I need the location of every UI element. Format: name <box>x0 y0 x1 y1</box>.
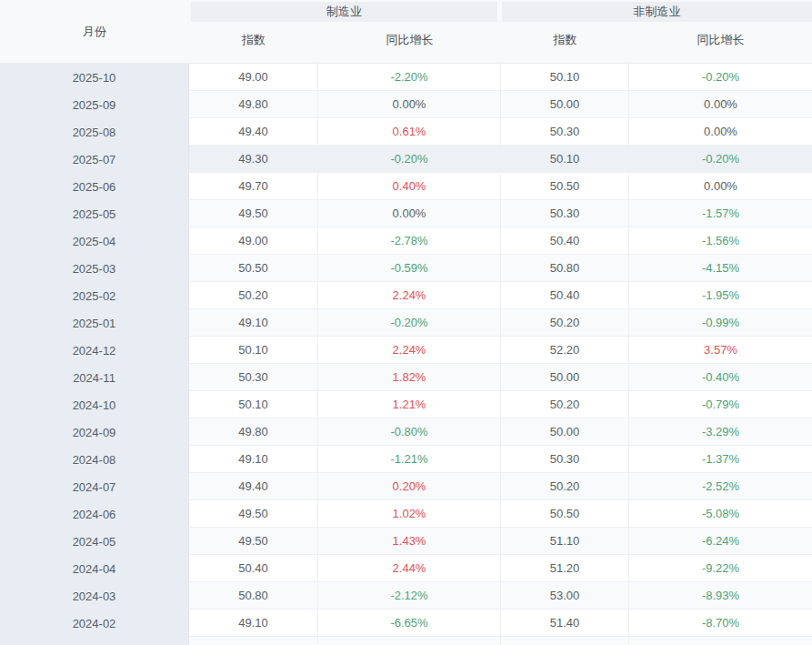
table-row[interactable]: 2024-02 49.10 -6.65% 51.40 -8.70% <box>0 610 812 637</box>
month-cell: 2024-03 <box>0 582 189 610</box>
group-header-non-manufacturing: 非制造业 <box>502 2 812 22</box>
pmi-data-table: 月份 制造业 非制造业 指数 同比增长 指数 同比增长 2025-10 49.0… <box>0 0 812 645</box>
table-row[interactable]: 2025-02 50.20 2.24% 50.40 -1.95% <box>0 282 812 309</box>
non-mfg-growth-cell: 0.00% <box>629 118 812 146</box>
table-row[interactable]: 2025-01 49.10 -0.20% 50.20 -0.99% <box>0 309 812 337</box>
mfg-growth-cell: -2.78% <box>318 227 501 255</box>
mfg-growth-cell: -0.59% <box>318 255 501 282</box>
mfg-index-cell: 49.30 <box>189 146 318 173</box>
mfg-growth-cell: 0.40% <box>318 173 501 200</box>
table-row[interactable]: 2025-09 49.80 0.00% 50.00 0.00% <box>0 91 812 118</box>
sub-header-row: 指数 同比增长 指数 同比增长 <box>189 22 812 58</box>
month-cell: 2024-05 <box>0 528 189 555</box>
table-row[interactable]: 2025-03 50.50 -0.59% 50.80 -4.15% <box>0 255 812 282</box>
month-column-header: 月份 <box>0 0 189 64</box>
mfg-index-cell: 49.10 <box>189 610 318 637</box>
non-mfg-growth-cell: -1.37% <box>629 446 812 473</box>
month-cell: 2024-08 <box>0 446 189 473</box>
non-mfg-index-cell: 50.20 <box>501 473 629 500</box>
mfg-index-cell: 49.80 <box>189 91 318 118</box>
non-mfg-index-cell: 51.10 <box>501 528 629 555</box>
month-cell <box>0 637 189 645</box>
non-mfg-index-cell: 50.30 <box>501 118 629 146</box>
table-row[interactable]: 2025-06 49.70 0.40% 50.50 0.00% <box>0 173 812 200</box>
mfg-growth-cell: -0.80% <box>318 418 501 446</box>
month-cell: 2024-07 <box>0 473 189 500</box>
non-mfg-growth-cell: -4.15% <box>629 255 812 282</box>
table-row[interactable]: 2024-05 49.50 1.43% 51.10 -6.24% <box>0 528 812 555</box>
mfg-index-cell <box>189 637 318 645</box>
month-cell: 2025-10 <box>0 64 189 91</box>
month-cell: 2025-04 <box>0 227 189 255</box>
month-column-header-label: 月份 <box>83 24 106 40</box>
non-mfg-growth-cell: -8.93% <box>629 582 812 610</box>
non-mfg-index-cell: 50.00 <box>501 364 629 391</box>
mfg-index-cell: 50.40 <box>189 555 318 582</box>
table-row[interactable]: 2024-07 49.40 0.20% 50.20 -2.52% <box>0 473 812 500</box>
mfg-growth-cell: -2.12% <box>318 582 501 610</box>
month-cell: 2025-02 <box>0 282 189 309</box>
mfg-growth-cell: -1.21% <box>318 446 501 473</box>
mfg-index-cell: 49.10 <box>189 446 318 473</box>
mfg-index-cell: 50.10 <box>189 337 318 364</box>
non-mfg-index-cell: 50.50 <box>501 173 629 200</box>
mfg-index-cell: 49.00 <box>189 227 318 255</box>
group-header-manufacturing-label: 制造业 <box>326 4 362 20</box>
table-row[interactable]: 2025-08 49.40 0.61% 50.30 0.00% <box>0 118 812 146</box>
table-row[interactable]: 2024-08 49.10 -1.21% 50.30 -1.37% <box>0 446 812 473</box>
non-mfg-growth-cell: -8.70% <box>629 610 812 637</box>
table-row[interactable]: 2025-04 49.00 -2.78% 50.40 -1.56% <box>0 227 812 255</box>
mfg-index-cell: 49.40 <box>189 473 318 500</box>
non-mfg-index-cell: 50.20 <box>501 309 629 337</box>
non-mfg-index-cell: 53.00 <box>501 582 629 610</box>
non-mfg-growth-cell: -9.22% <box>629 555 812 582</box>
non-mfg-growth-cell: -0.40% <box>629 364 812 391</box>
table-row[interactable]: 2024-03 50.80 -2.12% 53.00 -8.93% <box>0 582 812 610</box>
mfg-growth-column-header: 同比增长 <box>318 22 501 58</box>
table-body: 2025-10 49.00 -2.20% 50.10 -0.20% 2025-0… <box>0 64 812 645</box>
mfg-index-column-header: 指数 <box>189 22 318 58</box>
table-row[interactable]: 2024-09 49.80 -0.80% 50.00 -3.29% <box>0 418 812 446</box>
mfg-index-cell: 49.00 <box>189 64 318 91</box>
non-mfg-growth-cell: -3.29% <box>629 418 812 446</box>
table-row[interactable]: 2024-10 50.10 1.21% 50.20 -0.79% <box>0 391 812 418</box>
month-cell: 2024-10 <box>0 391 189 418</box>
mfg-growth-cell: 1.21% <box>318 391 501 418</box>
mfg-growth-cell <box>318 637 501 645</box>
non-mfg-index-cell: 50.30 <box>501 200 629 227</box>
group-header-manufacturing: 制造业 <box>191 2 497 22</box>
mfg-growth-cell: 0.00% <box>318 91 501 118</box>
month-cell: 2024-02 <box>0 610 189 637</box>
non-mfg-growth-cell: -1.57% <box>629 200 812 227</box>
table-row[interactable]: 2025-07 49.30 -0.20% 50.10 -0.20% <box>0 146 812 173</box>
table-row[interactable]: 2024-04 50.40 2.44% 51.20 -9.22% <box>0 555 812 582</box>
month-cell: 2024-12 <box>0 337 189 364</box>
non-mfg-growth-cell: -6.24% <box>629 528 812 555</box>
month-cell: 2024-06 <box>0 500 189 528</box>
table-row[interactable]: 2024-12 50.10 2.24% 52.20 3.57% <box>0 337 812 364</box>
mfg-index-cell: 50.10 <box>189 391 318 418</box>
mfg-growth-cell: 1.82% <box>318 364 501 391</box>
month-cell: 2024-11 <box>0 364 189 391</box>
mfg-growth-cell: 1.43% <box>318 528 501 555</box>
mfg-index-cell: 49.70 <box>189 173 318 200</box>
month-cell: 2025-05 <box>0 200 189 227</box>
table-row[interactable]: 2024-06 49.50 1.02% 50.50 -5.08% <box>0 500 812 528</box>
mfg-growth-cell: 2.24% <box>318 337 501 364</box>
table-header: 月份 制造业 非制造业 指数 同比增长 指数 同比增长 <box>0 0 812 64</box>
non-mfg-index-cell: 50.30 <box>501 446 629 473</box>
table-row-partial[interactable] <box>0 637 812 645</box>
non-mfg-index-column-header: 指数 <box>501 22 629 58</box>
mfg-index-cell: 49.50 <box>189 500 318 528</box>
table-row[interactable]: 2025-10 49.00 -2.20% 50.10 -0.20% <box>0 64 812 91</box>
month-cell: 2025-03 <box>0 255 189 282</box>
table-row[interactable]: 2024-11 50.30 1.82% 50.00 -0.40% <box>0 364 812 391</box>
mfg-growth-cell: 1.02% <box>318 500 501 528</box>
month-cell: 2025-08 <box>0 118 189 146</box>
non-mfg-growth-cell <box>629 637 812 645</box>
non-mfg-index-cell: 50.10 <box>501 146 629 173</box>
mfg-growth-cell: 0.00% <box>318 200 501 227</box>
mfg-index-cell: 49.40 <box>189 118 318 146</box>
non-mfg-growth-cell: -0.20% <box>629 146 812 173</box>
table-row[interactable]: 2025-05 49.50 0.00% 50.30 -1.57% <box>0 200 812 227</box>
